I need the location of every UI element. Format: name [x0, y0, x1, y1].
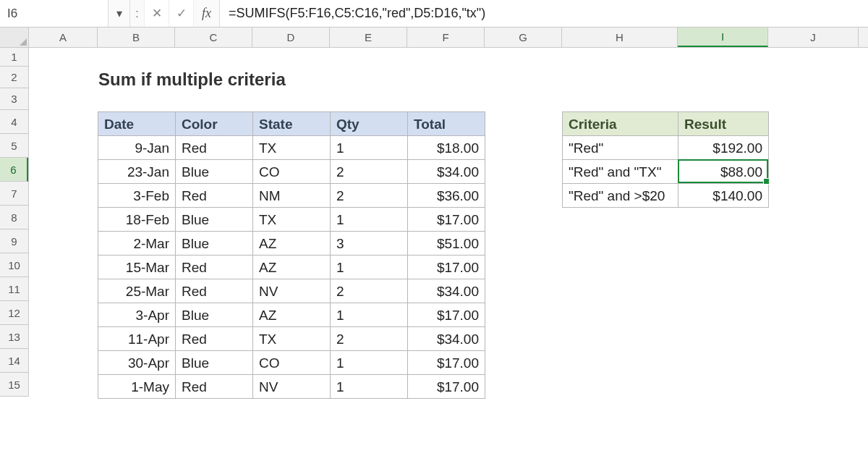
cell[interactable]: 11-Apr: [98, 327, 176, 351]
cell[interactable]: Blue: [176, 160, 253, 184]
cell[interactable]: Red: [176, 256, 253, 279]
row-header[interactable]: 8: [0, 206, 28, 229]
column-header-cell[interactable]: Criteria: [563, 112, 678, 136]
cell[interactable]: 3-Feb: [98, 184, 176, 208]
cell[interactable]: 1-May: [98, 375, 176, 399]
cell[interactable]: Blue: [176, 303, 253, 327]
result-cell[interactable]: $88.00: [678, 160, 769, 184]
cell[interactable]: CO: [253, 160, 331, 184]
cell[interactable]: $17.00: [408, 351, 485, 375]
cell[interactable]: AZ: [253, 256, 331, 279]
enter-button[interactable]: ✓: [169, 0, 194, 27]
cancel-button[interactable]: ✕: [145, 0, 169, 27]
cell[interactable]: 18-Feb: [98, 208, 176, 232]
cell[interactable]: 1: [331, 208, 408, 232]
cell[interactable]: $18.00: [408, 136, 485, 160]
cell[interactable]: 9-Jan: [98, 136, 176, 160]
column-header-cell[interactable]: Total: [408, 112, 485, 136]
cell[interactable]: 25-Mar: [98, 279, 176, 303]
cell[interactable]: 1: [331, 375, 408, 399]
cell[interactable]: TX: [253, 327, 331, 351]
cell[interactable]: TX: [253, 136, 331, 160]
cell[interactable]: AZ: [253, 303, 331, 327]
cell[interactable]: 2: [331, 184, 408, 208]
cell[interactable]: $17.00: [408, 256, 485, 279]
row-header[interactable]: 2: [0, 67, 28, 88]
result-cell[interactable]: $192.00: [678, 136, 769, 160]
column-header-cell[interactable]: Color: [176, 112, 253, 136]
insert-function-button[interactable]: fx: [194, 0, 220, 27]
cell[interactable]: Blue: [176, 208, 253, 232]
cell[interactable]: $51.00: [408, 232, 485, 256]
column-header[interactable]: H: [562, 28, 678, 47]
row-header[interactable]: 10: [0, 253, 28, 277]
cell[interactable]: Red: [176, 375, 253, 399]
cell[interactable]: 23-Jan: [98, 160, 176, 184]
cell[interactable]: 1: [331, 303, 408, 327]
cell[interactable]: Red: [176, 327, 253, 351]
row-header[interactable]: 13: [0, 325, 28, 349]
cell[interactable]: Red: [176, 279, 253, 303]
row-header[interactable]: 1: [0, 48, 28, 67]
cell[interactable]: AZ: [253, 232, 331, 256]
cell[interactable]: Blue: [176, 351, 253, 375]
cell[interactable]: NM: [253, 184, 331, 208]
cell[interactable]: 2: [331, 160, 408, 184]
row-header[interactable]: 15: [0, 373, 28, 397]
cell[interactable]: 15-Mar: [98, 256, 176, 279]
row-header[interactable]: 3: [0, 88, 28, 110]
worksheet-grid[interactable]: 123456789101112131415 Sum if multiple cr…: [0, 48, 868, 456]
cell[interactable]: $17.00: [408, 303, 485, 327]
cell[interactable]: CO: [253, 351, 331, 375]
cell[interactable]: 1: [331, 136, 408, 160]
column-header-cell[interactable]: State: [253, 112, 331, 136]
column-header[interactable]: A: [29, 28, 98, 47]
column-header[interactable]: C: [175, 28, 252, 47]
cell[interactable]: 1: [331, 351, 408, 375]
column-header-cell[interactable]: Qty: [331, 112, 408, 136]
cell[interactable]: 2-Mar: [98, 232, 176, 256]
column-header[interactable]: I: [678, 28, 768, 47]
cell[interactable]: NV: [253, 279, 331, 303]
cell[interactable]: $34.00: [408, 327, 485, 351]
column-header[interactable]: G: [485, 28, 562, 47]
select-all-button[interactable]: [0, 28, 29, 47]
cell[interactable]: $17.00: [408, 375, 485, 399]
name-box[interactable]: I6: [0, 0, 109, 27]
column-header[interactable]: F: [407, 28, 485, 47]
cell[interactable]: 3: [331, 232, 408, 256]
row-header[interactable]: 6: [0, 158, 28, 182]
cell[interactable]: 1: [331, 256, 408, 279]
cell[interactable]: Blue: [176, 232, 253, 256]
cell[interactable]: Red: [176, 136, 253, 160]
row-header[interactable]: 14: [0, 349, 28, 373]
column-header-cell[interactable]: Result: [678, 112, 769, 136]
cell[interactable]: $17.00: [408, 208, 485, 232]
row-header[interactable]: 5: [0, 134, 28, 158]
column-header-cell[interactable]: Date: [98, 112, 176, 136]
column-header[interactable]: B: [98, 28, 175, 47]
criteria-cell[interactable]: "Red": [563, 136, 678, 160]
cell[interactable]: 2: [331, 279, 408, 303]
cell[interactable]: TX: [253, 208, 331, 232]
criteria-cell[interactable]: "Red" and >$20: [563, 184, 678, 208]
row-header[interactable]: 4: [0, 110, 28, 134]
criteria-cell[interactable]: "Red" and "TX": [563, 160, 678, 184]
formula-input[interactable]: =SUMIFS(F5:F16,C5:C16,"red",D5:D16,"tx"): [220, 0, 868, 27]
column-header[interactable]: D: [252, 28, 330, 47]
row-header[interactable]: 12: [0, 301, 28, 325]
cell[interactable]: Red: [176, 184, 253, 208]
cell[interactable]: 3-Apr: [98, 303, 176, 327]
cell[interactable]: NV: [253, 375, 331, 399]
cell[interactable]: $36.00: [408, 184, 485, 208]
cell[interactable]: 2: [331, 327, 408, 351]
name-box-dropdown[interactable]: ▾: [109, 0, 130, 27]
cell[interactable]: 30-Apr: [98, 351, 176, 375]
sheet-body[interactable]: Sum if multiple criteria DateColorStateQ…: [29, 48, 868, 456]
result-cell[interactable]: $140.00: [678, 184, 769, 208]
cell[interactable]: $34.00: [408, 160, 485, 184]
row-header[interactable]: 7: [0, 182, 28, 206]
column-header[interactable]: E: [330, 28, 407, 47]
column-header[interactable]: J: [768, 28, 859, 47]
row-header[interactable]: 11: [0, 277, 28, 301]
